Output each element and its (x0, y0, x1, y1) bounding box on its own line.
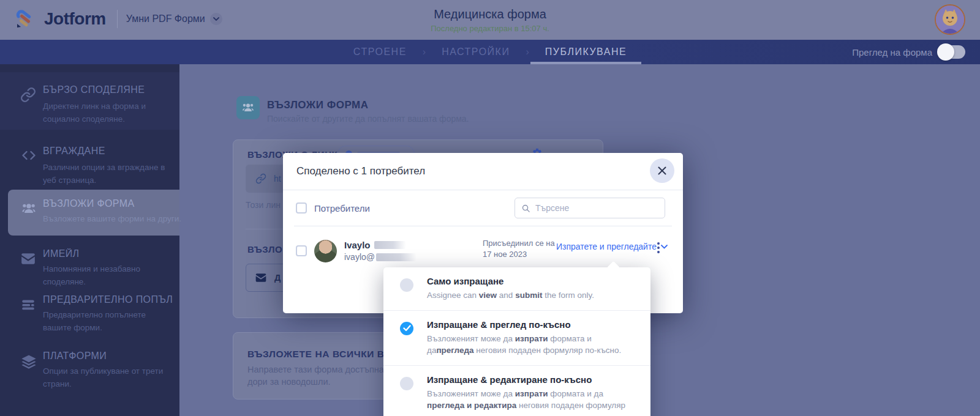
add-email-label: Д (274, 273, 281, 283)
assign-org-text-line2: дори за новодошли. (247, 377, 331, 387)
permission-option-desc: Assignee can view and submit the form on… (427, 289, 594, 302)
tab-публикуване[interactable]: ПУБЛИКУВАНЕ (530, 40, 641, 64)
jotform-logo-icon (13, 8, 36, 30)
permission-option[interactable]: Изпращане & преглед по-късноВъзложеният … (383, 310, 650, 365)
tab-arrow-icon: › (423, 46, 426, 58)
user-search (514, 198, 665, 218)
form-preview-toggle[interactable] (938, 45, 965, 59)
section-subtitle: Поискайте от другите да попълнят вашата … (267, 114, 469, 124)
joined-line1: Присъединил се на (483, 238, 555, 249)
chevron-down-icon (210, 13, 222, 25)
search-icon (521, 204, 530, 213)
permission-option-desc: Възложеният може да изпрати формата и да… (427, 333, 636, 357)
permission-option-desc: Възложеният може да изпрати формата и да… (427, 388, 636, 416)
permission-dropdown-trigger[interactable]: Изпратете и прегледайте (556, 242, 668, 251)
radio-checked-icon[interactable] (400, 322, 413, 335)
product-switcher[interactable]: Умни PDF Форми (126, 13, 222, 25)
assign-email-heading: ВЪЗЛО (247, 244, 282, 254)
platforms-icon (20, 353, 37, 370)
permission-dropdown: Само изпращанеAssignee can view and subm… (383, 267, 650, 416)
redacted-email (376, 253, 417, 261)
sidebar-item-title: ПЛАТФОРМИ (43, 351, 173, 362)
envelope-icon (255, 272, 267, 284)
users-label: Потребители (314, 203, 370, 214)
product-switcher-label: Умни PDF Форми (126, 13, 205, 24)
permission-option[interactable]: Само изпращанеAssignee can view and subm… (383, 267, 650, 310)
link-icon (255, 173, 266, 184)
sidebar-item-title: ВГРАЖДАНЕ (43, 146, 173, 157)
permission-option-title: Само изпращане (427, 276, 594, 286)
user-name: Ivaylo (344, 240, 371, 250)
sidebar-item-assign[interactable]: ВЪЗЛОЖИ ФОРМАВъзложете вашите форми на д… (8, 190, 179, 236)
user-avatar[interactable] (935, 4, 965, 35)
app-header: Jotform Умни PDF Форми Медицинска форма … (0, 0, 980, 40)
sidebar-item-link[interactable]: БЪРЗО СПОДЕЛЯНЕДиректен линк на форма и … (0, 72, 179, 130)
permission-label: Изпратете и прегледайте (556, 242, 657, 251)
sidebar-item-desc: Различни опции за вграждане в уеб страни… (43, 162, 176, 187)
publish-sidebar: БЪРЗО СПОДЕЛЯНЕДиректен линк на форма и … (0, 64, 179, 416)
sidebar-item-desc: Възложете вашите форми на други. (43, 213, 181, 226)
assign-org-text-line1: Направете тази форма достъпна за (247, 365, 396, 374)
modal-title: Споделено с 1 потребител (296, 165, 425, 177)
tab-настройки[interactable]: НАСТРОЙКИ (427, 40, 524, 64)
link-icon (20, 87, 37, 104)
sidebar-item-platforms[interactable]: ПЛАТФОРМИОпции за публикуване от трети с… (0, 340, 179, 398)
sidebar-item-desc: Директен линк на форма и социално сподел… (43, 100, 176, 126)
embed-icon (20, 148, 37, 165)
redacted-surname (374, 241, 406, 249)
section-title: ВЪЗЛОЖИ ФОРМА (267, 99, 368, 111)
radio-unchecked-icon[interactable] (400, 278, 413, 292)
search-input[interactable] (535, 203, 658, 213)
email-icon (20, 251, 37, 268)
tab-строене[interactable]: СТРОЕНЕ (339, 40, 421, 64)
toggle-knob (937, 43, 954, 61)
kebab-menu-icon[interactable] (656, 241, 661, 254)
link-note: Този лин (246, 200, 281, 210)
assign-form-icon (236, 96, 260, 119)
sidebar-item-title: ИМЕЙЛ (43, 248, 173, 259)
sidebar-item-desc: Опции за публикуване от трети страни. (43, 365, 176, 391)
sidebar-item-desc: Предварително попълнете вашите форми. (43, 309, 176, 335)
form-link-text: ht (274, 174, 281, 184)
tab-arrow-icon: › (526, 46, 529, 58)
sidebar-item-email[interactable]: ИМЕЙЛНапомняния и незабавно споделяне. (0, 239, 179, 283)
prefill-icon (20, 297, 37, 314)
chevron-down-icon (661, 245, 668, 249)
close-icon[interactable] (650, 158, 674, 183)
jotform-logo-text: Jotform (44, 9, 106, 29)
permission-option-title: Изпращане & преглед по-късно (427, 319, 636, 330)
nav-tabs: СТРОЕНЕ›НАСТРОЙКИ›ПУБЛИКУВАНЕ (0, 40, 980, 64)
joined-line2: 17 ное 2023 (483, 249, 555, 260)
user-photo-avatar (314, 240, 337, 262)
header-divider (117, 10, 118, 28)
permission-option-title: Изпращане & редактиране по-късно (427, 374, 636, 385)
form-title: Медицинска форма (434, 7, 546, 21)
navbar: СТРОЕНЕ›НАСТРОЙКИ›ПУБЛИКУВАНЕ Преглед на… (0, 40, 980, 64)
sidebar-item-title: БЪРЗО СПОДЕЛЯНЕ (43, 84, 173, 95)
user-email: ivaylo@ (344, 252, 375, 262)
radio-unchecked-icon[interactable] (400, 377, 413, 390)
assign-icon (20, 201, 37, 218)
user-checkbox[interactable] (296, 245, 307, 256)
form-preview-label: Преглед на форма (852, 47, 932, 58)
sidebar-item-title: ВЪЗЛОЖИ ФОРМА (43, 198, 173, 209)
sidebar-item-title: ПРЕДВАРИТЕЛНО ПОПЪЛ... (43, 294, 173, 305)
select-all-checkbox[interactable] (296, 202, 307, 214)
sidebar-item-prefill[interactable]: ПРЕДВАРИТЕЛНО ПОПЪЛ...Предварително попъ… (0, 283, 179, 340)
last-edited-status: Последно редактиран в 15:07 ч. (431, 24, 549, 33)
permission-option[interactable]: Изпращане & редактиране по-късноВъзложен… (383, 365, 650, 416)
sidebar-item-embed[interactable]: ВГРАЖДАНЕРазлични опции за вграждане в у… (0, 130, 179, 190)
